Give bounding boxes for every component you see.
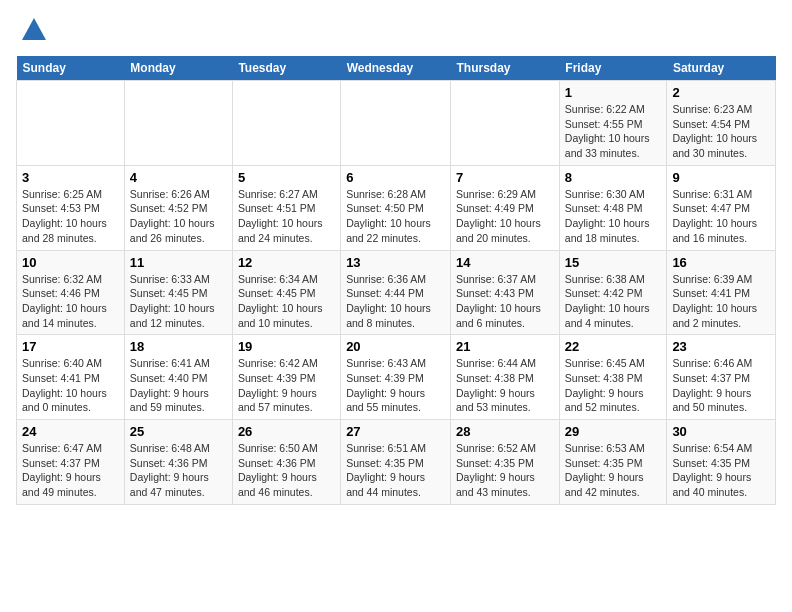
calendar-cell: 15Sunrise: 6:38 AM Sunset: 4:42 PM Dayli…	[559, 250, 667, 335]
day-number: 2	[672, 85, 770, 100]
day-number: 5	[238, 170, 335, 185]
calendar-cell: 6Sunrise: 6:28 AM Sunset: 4:50 PM Daylig…	[341, 165, 451, 250]
day-info: Sunrise: 6:53 AM Sunset: 4:35 PM Dayligh…	[565, 441, 662, 500]
calendar-cell: 29Sunrise: 6:53 AM Sunset: 4:35 PM Dayli…	[559, 420, 667, 505]
day-number: 9	[672, 170, 770, 185]
day-number: 8	[565, 170, 662, 185]
calendar-cell: 25Sunrise: 6:48 AM Sunset: 4:36 PM Dayli…	[124, 420, 232, 505]
calendar-cell: 9Sunrise: 6:31 AM Sunset: 4:47 PM Daylig…	[667, 165, 776, 250]
day-number: 27	[346, 424, 445, 439]
day-info: Sunrise: 6:23 AM Sunset: 4:54 PM Dayligh…	[672, 102, 770, 161]
day-number: 16	[672, 255, 770, 270]
day-number: 21	[456, 339, 554, 354]
calendar-cell: 24Sunrise: 6:47 AM Sunset: 4:37 PM Dayli…	[17, 420, 125, 505]
calendar-header-thursday: Thursday	[451, 56, 560, 81]
day-info: Sunrise: 6:32 AM Sunset: 4:46 PM Dayligh…	[22, 272, 119, 331]
calendar-cell	[451, 81, 560, 166]
day-info: Sunrise: 6:48 AM Sunset: 4:36 PM Dayligh…	[130, 441, 227, 500]
day-info: Sunrise: 6:50 AM Sunset: 4:36 PM Dayligh…	[238, 441, 335, 500]
day-info: Sunrise: 6:47 AM Sunset: 4:37 PM Dayligh…	[22, 441, 119, 500]
day-info: Sunrise: 6:26 AM Sunset: 4:52 PM Dayligh…	[130, 187, 227, 246]
day-number: 17	[22, 339, 119, 354]
day-number: 4	[130, 170, 227, 185]
calendar-cell: 20Sunrise: 6:43 AM Sunset: 4:39 PM Dayli…	[341, 335, 451, 420]
calendar-cell: 16Sunrise: 6:39 AM Sunset: 4:41 PM Dayli…	[667, 250, 776, 335]
calendar-header-sunday: Sunday	[17, 56, 125, 81]
calendar-header-monday: Monday	[124, 56, 232, 81]
calendar-cell: 12Sunrise: 6:34 AM Sunset: 4:45 PM Dayli…	[232, 250, 340, 335]
day-number: 23	[672, 339, 770, 354]
calendar-table: SundayMondayTuesdayWednesdayThursdayFrid…	[16, 56, 776, 505]
day-number: 26	[238, 424, 335, 439]
calendar-cell: 4Sunrise: 6:26 AM Sunset: 4:52 PM Daylig…	[124, 165, 232, 250]
day-number: 19	[238, 339, 335, 354]
calendar-cell: 7Sunrise: 6:29 AM Sunset: 4:49 PM Daylig…	[451, 165, 560, 250]
day-info: Sunrise: 6:44 AM Sunset: 4:38 PM Dayligh…	[456, 356, 554, 415]
day-info: Sunrise: 6:37 AM Sunset: 4:43 PM Dayligh…	[456, 272, 554, 331]
calendar-cell: 10Sunrise: 6:32 AM Sunset: 4:46 PM Dayli…	[17, 250, 125, 335]
day-number: 25	[130, 424, 227, 439]
day-number: 13	[346, 255, 445, 270]
calendar-cell	[17, 81, 125, 166]
calendar-cell	[341, 81, 451, 166]
day-info: Sunrise: 6:46 AM Sunset: 4:37 PM Dayligh…	[672, 356, 770, 415]
calendar-header-wednesday: Wednesday	[341, 56, 451, 81]
day-info: Sunrise: 6:38 AM Sunset: 4:42 PM Dayligh…	[565, 272, 662, 331]
calendar-cell: 1Sunrise: 6:22 AM Sunset: 4:55 PM Daylig…	[559, 81, 667, 166]
day-number: 14	[456, 255, 554, 270]
page-header	[16, 16, 776, 44]
calendar-header-saturday: Saturday	[667, 56, 776, 81]
day-info: Sunrise: 6:29 AM Sunset: 4:49 PM Dayligh…	[456, 187, 554, 246]
day-number: 20	[346, 339, 445, 354]
calendar-cell: 30Sunrise: 6:54 AM Sunset: 4:35 PM Dayli…	[667, 420, 776, 505]
day-number: 24	[22, 424, 119, 439]
calendar-cell: 3Sunrise: 6:25 AM Sunset: 4:53 PM Daylig…	[17, 165, 125, 250]
calendar-week-4: 24Sunrise: 6:47 AM Sunset: 4:37 PM Dayli…	[17, 420, 776, 505]
day-number: 1	[565, 85, 662, 100]
calendar-cell: 23Sunrise: 6:46 AM Sunset: 4:37 PM Dayli…	[667, 335, 776, 420]
calendar-week-3: 17Sunrise: 6:40 AM Sunset: 4:41 PM Dayli…	[17, 335, 776, 420]
logo-icon	[20, 16, 48, 44]
day-number: 3	[22, 170, 119, 185]
day-info: Sunrise: 6:31 AM Sunset: 4:47 PM Dayligh…	[672, 187, 770, 246]
calendar-cell: 14Sunrise: 6:37 AM Sunset: 4:43 PM Dayli…	[451, 250, 560, 335]
day-info: Sunrise: 6:40 AM Sunset: 4:41 PM Dayligh…	[22, 356, 119, 415]
day-info: Sunrise: 6:51 AM Sunset: 4:35 PM Dayligh…	[346, 441, 445, 500]
day-number: 12	[238, 255, 335, 270]
day-info: Sunrise: 6:45 AM Sunset: 4:38 PM Dayligh…	[565, 356, 662, 415]
day-info: Sunrise: 6:22 AM Sunset: 4:55 PM Dayligh…	[565, 102, 662, 161]
calendar-cell: 26Sunrise: 6:50 AM Sunset: 4:36 PM Dayli…	[232, 420, 340, 505]
day-number: 7	[456, 170, 554, 185]
day-info: Sunrise: 6:30 AM Sunset: 4:48 PM Dayligh…	[565, 187, 662, 246]
logo	[16, 16, 48, 44]
day-info: Sunrise: 6:34 AM Sunset: 4:45 PM Dayligh…	[238, 272, 335, 331]
day-number: 29	[565, 424, 662, 439]
calendar-cell: 17Sunrise: 6:40 AM Sunset: 4:41 PM Dayli…	[17, 335, 125, 420]
calendar-week-0: 1Sunrise: 6:22 AM Sunset: 4:55 PM Daylig…	[17, 81, 776, 166]
calendar-cell: 2Sunrise: 6:23 AM Sunset: 4:54 PM Daylig…	[667, 81, 776, 166]
day-info: Sunrise: 6:39 AM Sunset: 4:41 PM Dayligh…	[672, 272, 770, 331]
day-info: Sunrise: 6:42 AM Sunset: 4:39 PM Dayligh…	[238, 356, 335, 415]
day-number: 22	[565, 339, 662, 354]
day-info: Sunrise: 6:27 AM Sunset: 4:51 PM Dayligh…	[238, 187, 335, 246]
day-number: 10	[22, 255, 119, 270]
calendar-cell: 8Sunrise: 6:30 AM Sunset: 4:48 PM Daylig…	[559, 165, 667, 250]
day-info: Sunrise: 6:52 AM Sunset: 4:35 PM Dayligh…	[456, 441, 554, 500]
calendar-week-1: 3Sunrise: 6:25 AM Sunset: 4:53 PM Daylig…	[17, 165, 776, 250]
calendar-cell: 27Sunrise: 6:51 AM Sunset: 4:35 PM Dayli…	[341, 420, 451, 505]
day-info: Sunrise: 6:28 AM Sunset: 4:50 PM Dayligh…	[346, 187, 445, 246]
svg-marker-0	[22, 18, 46, 40]
day-number: 28	[456, 424, 554, 439]
calendar-week-2: 10Sunrise: 6:32 AM Sunset: 4:46 PM Dayli…	[17, 250, 776, 335]
day-info: Sunrise: 6:41 AM Sunset: 4:40 PM Dayligh…	[130, 356, 227, 415]
calendar-header-row: SundayMondayTuesdayWednesdayThursdayFrid…	[17, 56, 776, 81]
calendar-cell: 13Sunrise: 6:36 AM Sunset: 4:44 PM Dayli…	[341, 250, 451, 335]
calendar-cell: 22Sunrise: 6:45 AM Sunset: 4:38 PM Dayli…	[559, 335, 667, 420]
day-info: Sunrise: 6:43 AM Sunset: 4:39 PM Dayligh…	[346, 356, 445, 415]
calendar-cell: 5Sunrise: 6:27 AM Sunset: 4:51 PM Daylig…	[232, 165, 340, 250]
calendar-header-tuesday: Tuesday	[232, 56, 340, 81]
calendar-cell: 19Sunrise: 6:42 AM Sunset: 4:39 PM Dayli…	[232, 335, 340, 420]
calendar-cell	[124, 81, 232, 166]
day-number: 15	[565, 255, 662, 270]
day-number: 30	[672, 424, 770, 439]
